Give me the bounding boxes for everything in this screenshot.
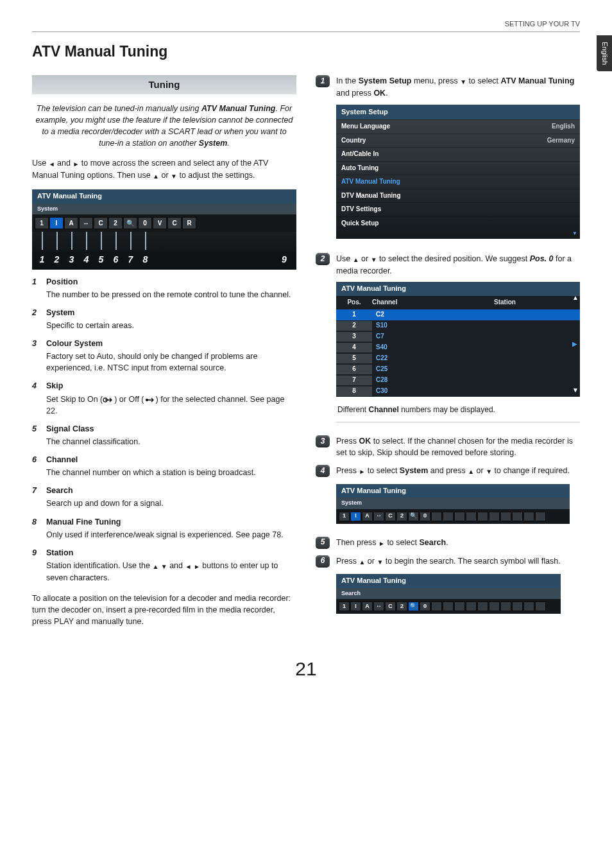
seg-cell	[431, 512, 442, 521]
atv-tuning-diagram: ATV Manual Tuning System 1IA↔C2🔍0VCR 123…	[32, 189, 296, 269]
system-panel: ATV Manual Tuning System 1IA↔C2🔍0	[336, 484, 570, 524]
step-4: 4 Press to select System and press or to…	[316, 465, 580, 530]
table-row: 6C25	[336, 364, 580, 375]
search-panel: ATV Manual Tuning Search 1IA↔C2🔍0	[336, 574, 561, 614]
definition-item: 4SkipSet Skip to On () or Off () for the…	[32, 380, 296, 416]
seg-cell	[477, 512, 488, 521]
panel-subtitle: Search	[336, 588, 561, 599]
step-5: 5 Then press to select Search.	[316, 537, 580, 549]
table-row: 2S10	[336, 320, 580, 331]
seg-cell: A	[362, 512, 373, 521]
definition-item: 1PositionThe number to be pressed on the…	[32, 276, 296, 300]
menu-row: DTV Settings	[336, 202, 580, 216]
seg-cell: A	[362, 602, 373, 611]
col-pos: Pos.	[336, 298, 372, 308]
definition-item: 2SystemSpecific to certain areas.	[32, 307, 296, 331]
seg-cell: ↔	[373, 602, 384, 611]
up-arrow-icon	[359, 556, 365, 568]
scroll-down-icon: ▼	[336, 230, 580, 239]
seg-cell	[535, 602, 546, 611]
menu-row: CountryGermany	[336, 134, 580, 148]
table-row: 8C30	[336, 386, 580, 397]
seg-cell	[512, 512, 523, 521]
down-arrow-icon	[377, 556, 383, 568]
down-arrow-icon	[171, 170, 177, 182]
seg-cell: C	[167, 217, 182, 229]
up-arrow-icon	[468, 465, 474, 477]
definition-item: 7SearchSearch up and down for a signal.	[32, 485, 296, 509]
col-channel: Channel	[372, 298, 430, 308]
language-tab: English	[597, 35, 612, 71]
step-badge: 5	[316, 537, 330, 549]
definition-item: 5Signal ClassThe channel classification.	[32, 423, 296, 447]
intro-text: The television can be tuned-in manually …	[32, 103, 296, 150]
seg-cell: 0	[420, 512, 430, 521]
seg-cell: 🔍	[408, 512, 419, 521]
seg-cell: V	[153, 217, 167, 229]
seg-cell: A	[64, 217, 78, 229]
step-3: 3 Press OK to select. If the channel cho…	[316, 435, 580, 458]
menu-row: DTV Manual Tuning	[336, 189, 580, 203]
seg-cell: 1	[35, 217, 49, 229]
definition-item: 9StationStation identification. Use the …	[32, 547, 296, 584]
menu-row: Quick Setup	[336, 216, 580, 230]
seg-cell: 1	[339, 512, 350, 521]
page-number: 21	[32, 655, 580, 683]
seg-cell: ↔	[373, 512, 384, 521]
left-arrow-icon	[49, 158, 55, 169]
step-6: 6 Press or to begin the search. The sear…	[316, 555, 580, 620]
down-arrow-icon	[371, 254, 377, 265]
seg-cell	[466, 602, 477, 611]
right-arrow-icon	[378, 537, 385, 549]
channel-note: Different Channel numbers may be display…	[336, 399, 580, 422]
definition-item: 3Colour SystemFactory set to Auto, shoul…	[32, 338, 296, 374]
skip-off-icon	[144, 395, 156, 404]
skip-on-icon	[103, 395, 114, 404]
seg-cell: I	[350, 512, 361, 521]
seg-cell: ↔	[79, 217, 93, 229]
seg-cell: 2	[108, 217, 123, 229]
seg-cell: 🔍	[123, 217, 137, 229]
table-row: 1C2	[336, 309, 580, 320]
seg-cell	[500, 512, 511, 521]
seg-cell: I	[49, 217, 64, 229]
diagram-subtitle: System	[32, 204, 296, 214]
step-badge: 4	[316, 465, 330, 477]
seg-cell: 0	[420, 602, 430, 611]
menu-row: Auto Tuning	[336, 161, 580, 175]
system-setup-menu: System Setup Menu LanguageEnglishCountry…	[336, 105, 580, 239]
seg-cell	[477, 602, 488, 611]
footer-paragraph: To allocate a position on the television…	[32, 593, 296, 627]
col-station: Station	[430, 298, 580, 308]
seg-cell: C	[94, 217, 108, 229]
page-title: ATV Manual Tuning	[32, 41, 580, 62]
table-row: 7C28	[336, 375, 580, 386]
step-badge: 1	[316, 75, 330, 87]
seg-cell	[431, 602, 442, 611]
seg-cell: I	[350, 602, 361, 611]
seg-cell	[454, 602, 465, 611]
table-title: ATV Manual Tuning	[336, 282, 580, 296]
panel-title: ATV Manual Tuning	[336, 574, 561, 588]
seg-cell	[466, 512, 477, 521]
step-1: 1 In the System Setup menu, press to sel…	[316, 75, 580, 247]
step-2: 2 Use or to select the desired position.…	[316, 253, 580, 429]
menu-row: ATV Manual Tuning	[336, 175, 580, 189]
menu-title: System Setup	[336, 105, 580, 120]
section-heading-tuning: Tuning	[32, 75, 296, 94]
scroll-up-icon: ▲	[572, 293, 579, 303]
breadcrumb: SETTING UP YOUR TV	[32, 19, 580, 32]
seg-cell	[443, 512, 454, 521]
table-row: 3C7	[336, 331, 580, 342]
channel-table: ATV Manual Tuning Pos. Channel Station 1…	[336, 282, 580, 396]
right-arrow-icon	[72, 158, 79, 169]
seg-cell	[523, 512, 534, 521]
seg-cell: 0	[138, 217, 152, 229]
seg-cell: 🔍	[408, 602, 419, 611]
step-badge: 2	[316, 253, 330, 265]
seg-cell	[443, 602, 454, 611]
diagram-title: ATV Manual Tuning	[32, 189, 296, 204]
seg-cell	[512, 602, 523, 611]
step-badge: 6	[316, 555, 330, 568]
table-row: 5C22	[336, 353, 580, 364]
